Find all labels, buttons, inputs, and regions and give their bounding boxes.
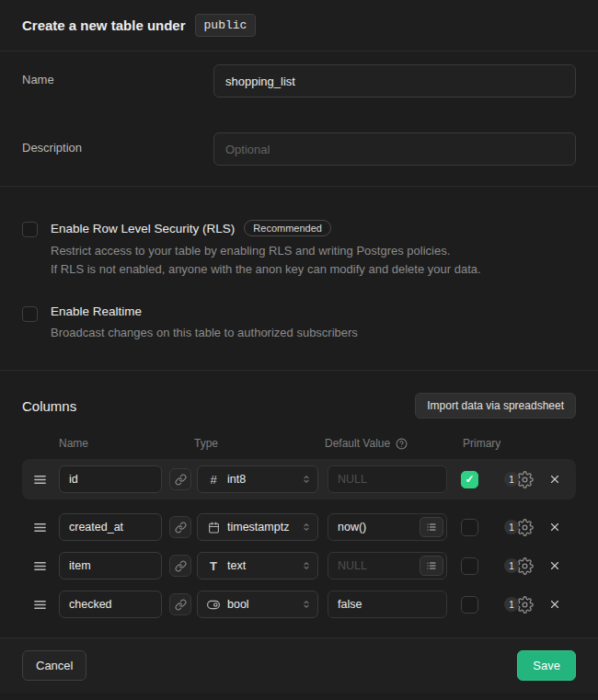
foreign-key-link-icon[interactable] bbox=[169, 516, 191, 538]
text-icon: T bbox=[207, 559, 220, 573]
primary-checkbox[interactable] bbox=[461, 471, 478, 488]
column-row: timestamptz 1 bbox=[22, 511, 576, 544]
dialog-title: Create a new table under bbox=[22, 17, 186, 33]
calendar-icon bbox=[207, 522, 220, 534]
default-value-input[interactable] bbox=[328, 591, 447, 618]
chevron-updown-icon bbox=[301, 559, 312, 572]
primary-checkbox[interactable] bbox=[461, 596, 478, 614]
column-type-select[interactable]: T text bbox=[197, 552, 318, 580]
cancel-button[interactable]: Cancel bbox=[22, 650, 86, 681]
drag-handle-icon[interactable] bbox=[33, 473, 48, 487]
column-type-select[interactable]: timestamptz bbox=[197, 513, 318, 541]
primary-checkbox[interactable] bbox=[461, 519, 478, 536]
realtime-option: Enable Realtime Broadcast changes on thi… bbox=[22, 304, 576, 342]
rls-checkbox[interactable] bbox=[22, 222, 38, 237]
table-description-input[interactable] bbox=[213, 132, 576, 166]
column-type-label: bool bbox=[227, 598, 293, 611]
column-settings-button[interactable]: 1 bbox=[504, 596, 534, 614]
realtime-description: Broadcast changes on this table to autho… bbox=[51, 324, 576, 342]
primary-checkbox[interactable] bbox=[461, 557, 478, 575]
hash-icon: # bbox=[207, 473, 220, 487]
settings-count-badge: 1 bbox=[504, 472, 519, 487]
header-primary: Primary bbox=[463, 437, 500, 450]
settings-count-badge: 1 bbox=[504, 558, 519, 573]
foreign-key-link-icon[interactable] bbox=[169, 555, 191, 577]
header-type: Type bbox=[194, 437, 325, 450]
foreign-key-link-icon[interactable] bbox=[169, 593, 191, 615]
column-type-select[interactable]: # int8 bbox=[197, 465, 318, 493]
realtime-label: Enable Realtime bbox=[51, 304, 142, 318]
column-settings-button[interactable]: 1 bbox=[504, 471, 534, 488]
save-button[interactable]: Save bbox=[517, 650, 576, 681]
drag-handle-icon[interactable] bbox=[33, 521, 48, 534]
default-value-menu-icon[interactable] bbox=[420, 517, 443, 537]
description-label: Description bbox=[22, 132, 213, 155]
rls-label: Enable Row Level Security (RLS) bbox=[51, 222, 235, 235]
remove-column-icon[interactable] bbox=[545, 517, 565, 537]
drag-handle-icon[interactable] bbox=[33, 598, 48, 612]
table-details-section: Name Description bbox=[0, 52, 598, 186]
column-name-input[interactable] bbox=[59, 513, 162, 541]
options-section: Enable Row Level Security (RLS) Recommen… bbox=[0, 186, 598, 370]
columns-section: Columns Import data via spreadsheet Name… bbox=[0, 370, 598, 637]
toggle-icon bbox=[207, 598, 220, 612]
column-name-input[interactable] bbox=[59, 552, 162, 580]
column-type-select[interactable]: bool bbox=[197, 591, 318, 618]
table-name-input[interactable] bbox=[213, 64, 576, 98]
column-name-input[interactable] bbox=[59, 465, 162, 493]
remove-column-icon[interactable] bbox=[545, 556, 565, 576]
name-label: Name bbox=[22, 64, 213, 86]
chevron-updown-icon bbox=[301, 473, 312, 486]
default-value-input[interactable] bbox=[328, 465, 447, 493]
foreign-key-link-icon[interactable] bbox=[169, 468, 191, 490]
chevron-updown-icon bbox=[301, 598, 312, 611]
dialog-footer: Cancel Save bbox=[0, 637, 598, 693]
columns-grid-header: Name Type Default Value Primary bbox=[22, 437, 576, 450]
column-type-label: timestamptz bbox=[227, 521, 293, 534]
help-circle-icon[interactable] bbox=[396, 438, 408, 450]
dialog-header: Create a new table under public bbox=[0, 0, 598, 52]
column-row: T text 1 bbox=[22, 549, 576, 582]
column-row: bool 1 bbox=[22, 588, 576, 621]
rls-option: Enable Row Level Security (RLS) Recommen… bbox=[22, 220, 576, 279]
columns-list: # int8 1 timestamptz bbox=[22, 459, 576, 621]
column-type-label: int8 bbox=[227, 473, 293, 486]
header-name: Name bbox=[59, 437, 194, 450]
realtime-checkbox[interactable] bbox=[22, 306, 38, 322]
import-spreadsheet-button[interactable]: Import data via spreadsheet bbox=[415, 393, 576, 419]
settings-count-badge: 1 bbox=[504, 520, 519, 534]
column-settings-button[interactable]: 1 bbox=[504, 557, 534, 575]
schema-badge: public bbox=[195, 14, 257, 37]
column-name-input[interactable] bbox=[59, 591, 162, 618]
default-value-menu-icon[interactable] bbox=[420, 556, 443, 576]
drag-handle-icon[interactable] bbox=[33, 559, 48, 573]
rls-description: Restrict access to your table by enablin… bbox=[51, 242, 576, 279]
header-default-value: Default Value bbox=[325, 437, 463, 450]
columns-title: Columns bbox=[22, 398, 76, 414]
column-row: # int8 1 bbox=[22, 459, 576, 499]
recommended-badge: Recommended bbox=[244, 220, 331, 236]
settings-count-badge: 1 bbox=[504, 597, 519, 612]
column-type-label: text bbox=[227, 559, 293, 572]
remove-column-icon[interactable] bbox=[545, 469, 565, 489]
remove-column-icon[interactable] bbox=[545, 594, 565, 614]
column-settings-button[interactable]: 1 bbox=[504, 519, 534, 536]
chevron-updown-icon bbox=[301, 521, 312, 534]
